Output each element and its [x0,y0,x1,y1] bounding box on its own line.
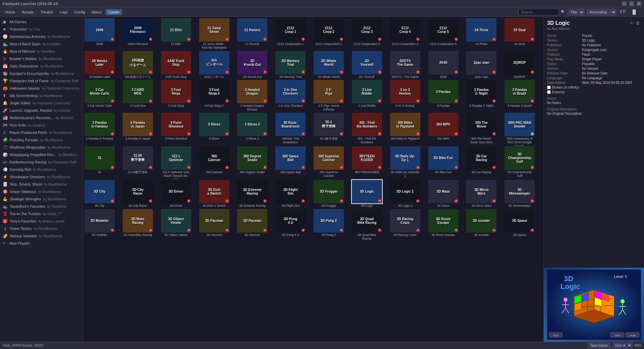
sidebar-item-15[interactable]: ⚠Player-Produced Perils by BlueMaxima [0,129,83,136]
game-tile[interactable]: 3D Logic 2✕3D Logic 2 [390,180,420,208]
game-tile[interactable]: 3 CARD MOE✕3 Card Moe [123,80,153,112]
search-input[interactable] [519,9,559,15]
game-tile[interactable]: 285発遊 けるゲーム✕285発遊けるゲーム [123,51,153,80]
game-tile[interactable]: 3D Space✕3D Space [504,209,535,241]
game-tile[interactable]: 3D Bike Fun✕3D Bike Fun [428,146,459,179]
close-button[interactable]: ✕ [637,1,641,6]
game-tile[interactable]: 3D Pong 4 U✕3D Pong 4 U [275,209,306,241]
sidebar-item-17[interactable]: 🎵Rhythmic Rhapsodies by BlueMaxima [0,144,83,151]
game-tile[interactable]: 3 In One Checkers✕3 In One Checkers [275,80,306,112]
sidebar-item-23[interactable]: 🎯Sniper Stakeout by BlueMaxima [0,188,83,195]
game-tile[interactable]: 3 Foot Ninja II✕3 Foot Ninja II [199,80,229,112]
sidebar-item-1[interactable]: ★*Favorites* by You! [0,26,83,33]
maximize-button[interactable]: □ [629,1,634,6]
game-tile[interactable]: 3D City✕3D City [85,180,115,208]
game-tile[interactable]: 3D Micro Wars✕3D Micro Wars [466,180,496,208]
sidebar-item-24[interactable]: 💪Strategic Strengths by BlueMaxima [0,195,83,203]
game-tile[interactable]: 2DOTS The Game✕2DOTS - The Game [390,51,420,80]
game-tile[interactable]: 3D City Racer✕3D City Racer [123,180,153,208]
sidebar-item-0[interactable]: ◉All Games [0,18,83,26]
game-tile[interactable]: 3 on 3 Hockey✕3 on 3 Hockey [390,80,420,112]
sidebar-item-26[interactable]: 🥊Toe-to-Toe Tussles by Giddy_77 [0,210,83,217]
game-tile[interactable]: 3 Slices 2✕3 Slices 2 [237,113,267,146]
sidebar-item-8[interactable]: 🏆Flashpoint Hall of Fame by Flashpoint S… [0,77,83,85]
game-tile[interactable]: 28 Weeks Later✕28 Weeks Later [85,51,115,80]
game-tile[interactable]: 3D Pacman✕3D Pacman [237,209,267,241]
game-tile[interactable]: 3D Maze✕3D Maze [428,180,459,208]
edit-button[interactable]: ✏ [629,20,634,26]
game-tile[interactable]: 2048✕2048 [85,18,115,50]
sidebar-item-29[interactable]: 🌈Various Varieties by BlueMaxima [0,232,83,240]
game-tile[interactable]: 24:Three✕24:Three [466,18,496,50]
sidebar-item-27[interactable]: 🎁Tony's Favorites by Antony Lavelle [0,217,83,225]
game-tile[interactable]: 2048 Fibonacci✕2048 Fibonacci [123,18,153,50]
sidebar-item-21[interactable]: ⚡Shockwave Shockers by BlueMaxima [0,173,83,181]
game-tile[interactable]: 3D Object Viewer✕3D Object Viewer [161,209,191,241]
game-tile[interactable]: 21 Blitz✕21 Blitz [161,18,191,50]
game-tile[interactable]: 321's Optimize✕321's Optimize Your Flash… [161,146,191,179]
game-tile[interactable]: 360 Cannon✕360 Cannon [199,146,229,179]
broken-checkbox[interactable] [547,86,551,89]
game-tile[interactable]: 30th PAC-MAN Doodle▶30th Anniversary of … [504,113,535,146]
game-grid-container[interactable]: 2048✕20482048 Fibonacci✕2048 Fibonacci21… [83,17,543,342]
game-tile[interactable]: 300 - Find the Numbers✕300 - Find the Nu… [352,113,382,146]
game-tile[interactable]: 2D Whale World✕2D Whale World [314,51,344,80]
game-tile[interactable]: 3 Pandas 2: Night✕3 Pandas 2: Night [466,80,496,112]
game-tile[interactable]: 3D Balls Up: Ep 1✕3D Balls Up: Episode 1 [390,146,420,179]
sidebar-item-19[interactable]: 🏎Rubberburning Racing by Flashpoint Staf… [0,158,83,166]
game-tile[interactable]: 2D Knock-Out✕2D Knock-Out [237,51,267,80]
game-tile[interactable]: 360 Degree Snake✕360 Degree Snake [237,146,267,179]
game-tile[interactable]: 2112 Coop 4✕2112 Cooperation 4 [390,18,420,50]
game-tile[interactable]: 3 Slices✕3 Slices [199,113,229,146]
game-tile[interactable]: 3D Moto Racing✕3D Motorbike Racing [123,209,153,241]
game-tile[interactable]: 31✕31 [85,146,115,179]
sidebar-item-28[interactable]: 🗼Tower Tactics by BlueMaxima [0,225,83,232]
game-tile[interactable]: 300 The Movie✕300 The Movie: Seize Your … [466,113,496,146]
layout-toggle-button[interactable]: ▐▌ [630,9,639,15]
sidebar-item-20[interactable]: 💨Running Riot by BlueMaxima [0,166,83,173]
game-tile[interactable]: 2112 Coop 1✕2112 Cooperation 1 [275,18,306,50]
game-tile[interactable]: 3 li' Pigs✕3 li' Pigs: Home Defense [314,80,344,112]
game-tile[interactable]: 3D Racing Craze✕3D Racing Craze [390,209,420,241]
menu-arcade[interactable]: Arcade [19,9,36,15]
search-icon[interactable]: 🔍 [561,10,566,14]
game-tile[interactable]: 3D Room Escape✕3D Room Escape [428,209,459,241]
menu-theatre[interactable]: Theatre [38,9,56,15]
sidebar-item-30[interactable]: +New Playlist [0,240,83,247]
sidebar-item-6[interactable]: 📅Daily Distractions by BlueMaxima [0,62,83,70]
game-tile[interactable]: 3D Flight Sim✕3D Flight Sim [275,180,306,208]
new-game-button[interactable]: New Game [588,343,610,348]
game-tile[interactable]: 3D scooter✕3D scooter [466,209,496,241]
game-tile[interactable]: 21 Rooms✕21 Rooms [237,18,267,50]
game-tile[interactable]: 360 Supreme Catcher✕360 Supreme Catcher [314,146,344,179]
sidebar-item-14[interactable]: 🎮Pico Gr8s by oshaboy [0,121,83,129]
sidebar-item-4[interactable]: 🔥Best of Nitrome by DarkMoe [0,48,83,55]
game-tile[interactable]: 3 Car Monte Carlo✕3 Car Monte Carlo [85,80,115,112]
game-tile[interactable]: 3D Frogger✕3D Frogger [314,180,344,208]
sidebar-item-5[interactable]: ⚔Brawler's Battles by BlueMaxima [0,55,83,62]
menu-curate[interactable]: Curate [106,9,122,15]
game-tile[interactable]: 3 Foot Ninja✕3 Foot Ninja [161,80,191,112]
game-tile[interactable]: 3 Point Shootout✕3 Point Shootout [161,113,191,146]
menu-config[interactable]: Config [72,9,88,15]
sidebar-item-12[interactable]: 🚀Launch, Upgrade, Repeat by nosamu [0,107,83,114]
game-tile[interactable]: 3 Pandas in Fantasy✕3 Pandas in Fantasy [85,113,115,146]
game-tile[interactable]: 2AM Truck Stop✕2AM Truck Stop [161,51,191,80]
game-tile[interactable]: 2D Yourself✕2D Yourself [352,51,382,80]
game-tile[interactable]: 3D Etch a Sketch✕3D Etch a Sketch [199,180,229,208]
sidebar-item-25[interactable]: 👟Tasselfoot's Favorites by Tasselfoot [0,203,83,210]
game-tile[interactable]: 30 Rock: Boardroom✕30Rock: The Boardroom [275,113,306,146]
menu-about[interactable]: About [89,9,104,15]
game-tile[interactable]: 3D Pacman✕3D Pacman [199,209,229,241]
sidebar-item-18[interactable]: 🎲Roleplaying-Propelled Res... by BlueMax… [0,151,83,158]
game-tile[interactable]: 30-1 数字塗操✕30-1数字塗操 [314,113,344,146]
game-tile[interactable]: 31-50 数字塗操✕31-50数字塗操 [123,146,153,179]
game-tile[interactable]: 2112 Coop 3✕2112 Cooperation 3 [352,18,382,50]
game-tile[interactable]: 21 Jump Street✕21 Jump Street - Find the… [199,18,229,50]
game-tile[interactable]: 2ch ビンボール✕2chビンボール [199,51,229,80]
game-tile[interactable]: 2pac man✕2pac man [466,51,496,80]
game-tile[interactable]: 3 Line Riddle✕3 Line Riddle [352,80,382,112]
extreme-checkbox[interactable] [547,90,551,94]
sort-field-select[interactable]: Title [568,9,585,15]
game-tile[interactable]: 3D Car Racing✕3D Car Racing [466,146,496,179]
